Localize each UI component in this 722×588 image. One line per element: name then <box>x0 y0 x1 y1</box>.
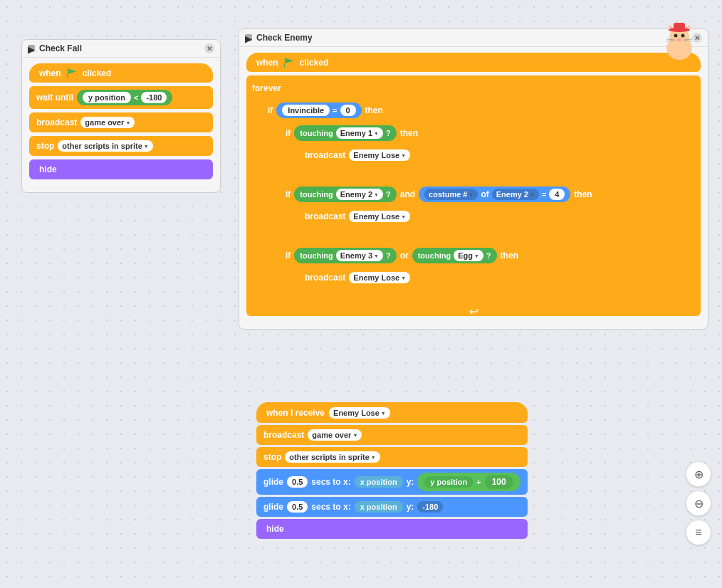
broadcast-game-over-2: broadcast game over <box>256 425 528 445</box>
and-label: and <box>400 189 415 199</box>
if-label-1: if <box>268 105 273 115</box>
zoom-reset-button[interactable]: ≡ <box>686 520 711 545</box>
enemy-lose-dropdown-1[interactable]: Enemy Lose <box>349 149 410 161</box>
forever-label-row: forever <box>246 78 701 97</box>
enemy-lose-val-2: Enemy Lose <box>353 212 399 221</box>
other-scripts-label: other scripts in sprite <box>62 142 142 150</box>
touching-label-1: touching <box>300 129 333 137</box>
forever-bottom: ↩ <box>246 306 701 316</box>
check-fall-body: when clicked wait until y position < -18… <box>22 58 220 185</box>
touching-label-4: touching <box>418 251 451 260</box>
flag-icon-2 <box>284 58 294 68</box>
when-flag-clicked-enemy: when clicked <box>246 53 701 72</box>
if-enemy1-body: broadcast Enemy Lose <box>294 144 693 167</box>
glide-block-2: glide 0.5 secs to x: x position y: -180 <box>256 497 528 517</box>
when-receive-enemy-lose: when I receive Enemy Lose <box>256 402 528 423</box>
costume-hash-dropdown[interactable]: costume # <box>424 189 478 200</box>
check-fall-panel: ▶ Check Fall ✕ when clicked wait until y… <box>21 39 221 193</box>
enemy-lose-receive-val: Enemy Lose <box>333 409 380 417</box>
touching-egg-condition: touching Egg ? <box>412 248 497 263</box>
enemy-lose-receive-dropdown[interactable]: Enemy Lose <box>329 407 390 419</box>
enemy3-dropdown[interactable]: Enemy 3 <box>336 250 383 261</box>
wait-until-block: wait until y position < -180 <box>29 86 213 109</box>
touching-label-3: touching <box>300 251 333 260</box>
equals-symbol: = <box>333 106 337 115</box>
of-enemy2-dropdown[interactable]: Enemy 2 <box>492 189 539 200</box>
clicked-label-2: clicked <box>300 58 329 68</box>
enemy1-value: Enemy 1 <box>340 129 372 137</box>
game-over-value: game over <box>85 118 124 127</box>
when-label-2: when <box>256 58 278 68</box>
y-colon-2: y: <box>407 502 414 512</box>
if-enemy2-body: broadcast Enemy Lose <box>294 205 693 228</box>
secs-to-x-2: secs to x: <box>311 502 350 512</box>
enemy-lose-dropdown-3[interactable]: Enemy Lose <box>349 272 410 283</box>
other-scripts-dropdown-2[interactable]: other scripts in sprite <box>285 451 380 463</box>
y-position-label: y position <box>83 92 131 103</box>
if-enemy2-footer <box>280 228 693 233</box>
game-over-dropdown-2[interactable]: game over <box>308 429 362 441</box>
of-label: of <box>481 189 488 199</box>
enemy1-dropdown[interactable]: Enemy 1 <box>336 127 383 139</box>
enemy-lose-val-1: Enemy Lose <box>353 151 399 159</box>
if-enemy2-block: if touching Enemy 2 ? and <box>280 184 693 233</box>
invincible-value: Invincible <box>282 105 330 116</box>
broadcast-game-over: broadcast game over <box>29 112 213 132</box>
glide-label-1: glide <box>263 477 283 487</box>
when-label: when <box>39 68 61 78</box>
cat-nose <box>677 38 681 41</box>
question-mark-4: ? <box>486 251 491 260</box>
game-over-dropdown[interactable]: game over <box>80 117 135 128</box>
zero-value: 0 <box>340 105 356 116</box>
plus-symbol: + <box>476 478 481 486</box>
enemy2-dropdown[interactable]: Enemy 2 <box>336 189 383 200</box>
enemy-lose-group: when I receive Enemy Lose broadcast game… <box>256 402 528 539</box>
if-label-2: if <box>286 128 291 138</box>
if-enemy1-block: if touching Enemy 1 ? then <box>280 122 693 172</box>
zoom-reset-icon: ≡ <box>695 526 701 539</box>
if-enemy1-header: if touching Enemy 1 ? then <box>280 122 693 144</box>
cat-hat <box>674 23 685 31</box>
broadcast-label-4: broadcast <box>305 273 345 283</box>
cat-sprite <box>658 21 701 64</box>
glide-label-2: glide <box>263 502 283 512</box>
then-label-3: then <box>574 189 592 199</box>
spacer-2 <box>280 236 693 242</box>
zoom-in-icon: ⊕ <box>694 468 703 481</box>
check-enemy-header: ▶ Check Enemy ✕ <box>239 29 708 47</box>
enemy-lose-dropdown-2[interactable]: Enemy Lose <box>349 211 410 222</box>
hide-label-2: hide <box>266 524 284 534</box>
check-fall-header: ▶ Check Fall ✕ <box>22 40 220 58</box>
four-value: 4 <box>549 189 565 200</box>
if-enemy3-block: if touching Enemy 3 ? or <box>280 245 693 295</box>
cat-svg <box>658 21 701 64</box>
clicked-label: clicked <box>83 68 112 78</box>
forever-block: forever if Invincible = 0 then <box>246 75 701 316</box>
stop-label-1: stop <box>36 141 54 151</box>
point-five-1: 0.5 <box>287 476 308 488</box>
enemy-lose-val-3: Enemy Lose <box>353 273 399 282</box>
costume-condition: costume # of Enemy 2 = 4 <box>419 187 570 202</box>
other-scripts-dropdown[interactable]: other scripts in sprite <box>58 140 152 152</box>
y-position-sensor: y position <box>424 476 473 488</box>
stop-other-scripts: stop other scripts in sprite <box>29 136 213 156</box>
broadcast-label-1: broadcast <box>36 117 77 127</box>
y-colon-1: y: <box>407 477 414 487</box>
zoom-in-button[interactable]: ⊕ <box>686 461 711 487</box>
if-invincible-footer <box>262 296 696 303</box>
broadcast-enemy-lose-1: broadcast Enemy Lose <box>298 145 417 165</box>
if-invincible-body: if touching Enemy 1 ? then <box>276 121 696 296</box>
check-fall-close[interactable]: ✕ <box>204 43 214 53</box>
x-pos-label-2: x position <box>360 503 397 511</box>
egg-dropdown[interactable]: Egg <box>454 250 483 261</box>
x-position-sensor-1: x position <box>355 476 403 488</box>
when-flag-clicked-block: when clicked <box>29 63 213 83</box>
panel-drag-handle-2[interactable]: ▶ <box>245 34 252 41</box>
forever-arrow: ↩ <box>469 305 478 318</box>
then-label-4: then <box>501 251 518 261</box>
zoom-out-button[interactable]: ⊖ <box>686 490 711 516</box>
panel-drag-handle[interactable]: ▶ <box>28 45 35 52</box>
cat-left-eye <box>674 34 678 38</box>
equals-symbol-2: = <box>542 190 546 199</box>
hide-block-2: hide <box>256 519 528 539</box>
